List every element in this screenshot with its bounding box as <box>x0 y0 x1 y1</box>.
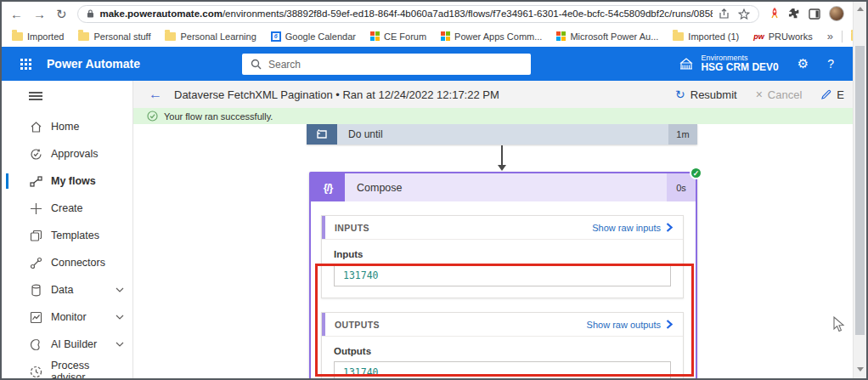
browser-profile-avatar[interactable] <box>829 6 844 21</box>
scrollbar-thumb[interactable] <box>855 46 865 335</box>
do-until-title: Do until <box>337 128 383 140</box>
monitor-icon <box>29 310 42 324</box>
sidebar-item-process-advisor[interactable]: Process advisor <box>2 358 132 380</box>
help-icon[interactable]: ? <box>827 57 834 71</box>
compose-icon: {/} <box>311 173 345 201</box>
reload-icon[interactable]: ↻ <box>56 8 67 20</box>
home-icon <box>29 120 42 133</box>
sidebar-item-monitor[interactable]: Monitor <box>2 303 132 331</box>
show-raw-inputs-link[interactable]: Show raw inputs <box>592 223 673 233</box>
sidebar-item-label: Process advisor <box>51 360 124 380</box>
outputs-panel: OUTPUTS Show raw outputs Outputs <box>321 312 684 378</box>
sidebar-item-ai-builder[interactable]: AI Builder <box>2 331 132 358</box>
cancel-x-icon: × <box>756 88 763 101</box>
inputs-panel-header: INPUTS Show raw inputs <box>322 216 683 240</box>
environment-picker[interactable]: Environments HSG CRM DEV0 <box>679 54 778 74</box>
collapse-menu-button[interactable] <box>2 86 132 106</box>
bookmark-label: Imported <box>27 31 64 42</box>
folder-icon <box>165 32 176 41</box>
bookmark-pruworks[interactable]: pw PRUworks <box>753 31 812 42</box>
outputs-label: Outputs <box>334 346 671 356</box>
sidebar-item-home[interactable]: Home <box>2 113 132 140</box>
bookmark-label: Personal stuff <box>93 31 150 42</box>
lock-icon <box>87 9 94 19</box>
search-input[interactable]: Search <box>242 54 531 75</box>
back-arrow-icon[interactable]: ← <box>149 87 162 102</box>
outputs-header-label: OUTPUTS <box>335 320 380 330</box>
sidebar-item-connectors[interactable]: Connectors <box>2 249 132 276</box>
inputs-label: Inputs <box>334 249 671 259</box>
sidebar-item-label: My flows <box>51 175 96 187</box>
sidebar-item-templates[interactable]: Templates <box>2 222 132 249</box>
flow-name: Dataverse FetchXML Pagination <box>174 88 333 101</box>
inputs-panel: INPUTS Show raw inputs Inputs <box>321 215 684 298</box>
search-icon <box>251 59 262 70</box>
resubmit-button[interactable]: ↻ Resubmit <box>675 88 737 101</box>
process-advisor-icon <box>29 365 42 378</box>
app-title[interactable]: Power Automate <box>47 57 140 71</box>
bookmark-imported-1[interactable]: Imported (1) <box>673 31 739 42</box>
show-raw-inputs-label: Show raw inputs <box>592 223 661 233</box>
address-bar[interactable]: make.powerautomate.com/environments/3889… <box>77 5 759 23</box>
sidebar-item-approvals[interactable]: Approvals <box>2 140 132 167</box>
sidebar-item-label: Monitor <box>51 311 87 323</box>
bookmarks-divider <box>842 31 843 43</box>
bookmark-label: Power Apps Comm... <box>454 31 542 42</box>
chevron-right-icon <box>666 223 673 232</box>
sidebar-item-my-flows[interactable]: My flows <box>2 167 132 195</box>
settings-gear-icon[interactable]: ⚙ <box>798 56 809 71</box>
bookmark-microsoft-power-automate[interactable]: Microsoft Power Au... <box>556 31 658 42</box>
show-raw-outputs-link[interactable]: Show raw outputs <box>587 320 673 330</box>
share-icon[interactable] <box>719 9 730 20</box>
side-panel-icon[interactable] <box>809 9 820 20</box>
compose-block[interactable]: ✓ {/} Compose 0s INPUTS Show raw inputs <box>309 172 697 378</box>
bookmark-label: Google Calendar <box>285 31 356 42</box>
url-domain: make.powerautomate.com <box>99 9 222 19</box>
compose-header[interactable]: {/} Compose 0s <box>311 173 696 201</box>
flow-canvas[interactable]: Do until 1m ✓ {/} Compose 0s <box>133 124 853 378</box>
edit-pencil-icon <box>820 89 831 100</box>
google-calendar-icon: 6 <box>271 31 281 42</box>
folder-icon <box>78 32 89 41</box>
browser-toolbar: ← → ↻ make.powerautomate.com/environment… <box>2 2 853 26</box>
microsoft-logo-icon <box>370 31 380 41</box>
do-until-block[interactable]: Do until 1m <box>307 124 697 145</box>
success-status-icon: ✓ <box>690 167 702 179</box>
bookmark-star-icon[interactable] <box>738 9 750 20</box>
cancel-button[interactable]: × Cancel <box>756 88 803 101</box>
bookmark-personal-stuff[interactable]: Personal stuff <box>78 31 150 42</box>
templates-icon <box>29 229 42 242</box>
scrollbar-down-icon[interactable] <box>857 367 864 371</box>
sidebar-item-create[interactable]: Create <box>2 195 132 222</box>
forward-icon[interactable]: → <box>33 8 46 20</box>
compose-title: Compose <box>345 182 403 194</box>
url-path: /environments/38892f8d-59ef-ed18-864f-4b… <box>223 9 713 19</box>
back-icon[interactable]: ← <box>10 8 23 20</box>
sidebar-item-label: Approvals <box>51 148 99 160</box>
bookmark-label: CE Forum <box>384 31 426 42</box>
scrollbar-up-icon[interactable] <box>857 7 864 11</box>
database-icon <box>29 283 42 297</box>
inputs-value[interactable]: 131740 <box>334 264 671 286</box>
bookmark-google-calendar[interactable]: 6 Google Calendar <box>271 31 356 42</box>
bookmark-ce-forum[interactable]: CE Forum <box>370 31 426 42</box>
outputs-value[interactable]: 131740 <box>334 361 671 378</box>
bookmark-power-apps-community[interactable]: Power Apps Comm... <box>441 31 542 42</box>
folder-icon <box>12 32 23 41</box>
environment-icon <box>679 57 694 71</box>
bookmarks-overflow-icon[interactable]: » <box>827 30 833 43</box>
bookmark-imported[interactable]: Imported <box>12 31 64 42</box>
resubmit-icon: ↻ <box>675 88 685 101</box>
do-until-loop-icon <box>307 124 337 145</box>
sidebar-item-data[interactable]: Data <box>2 276 132 303</box>
outputs-panel-header: OUTPUTS Show raw outputs <box>322 313 683 337</box>
bookmark-label: Microsoft Power Au... <box>570 31 658 42</box>
extensions-puzzle-icon[interactable] <box>788 8 800 20</box>
bookmark-personal-learning[interactable]: Personal Learning <box>165 31 256 42</box>
run-timestamp: Ran at 12/24/2022 12:17:22 PM <box>342 88 499 101</box>
app-launcher-icon[interactable] <box>20 59 31 70</box>
rocket-extension-icon[interactable] <box>769 8 780 20</box>
edit-button[interactable]: E <box>820 88 844 101</box>
page-scrollbar[interactable] <box>853 2 866 378</box>
microsoft-logo-icon <box>441 31 450 41</box>
